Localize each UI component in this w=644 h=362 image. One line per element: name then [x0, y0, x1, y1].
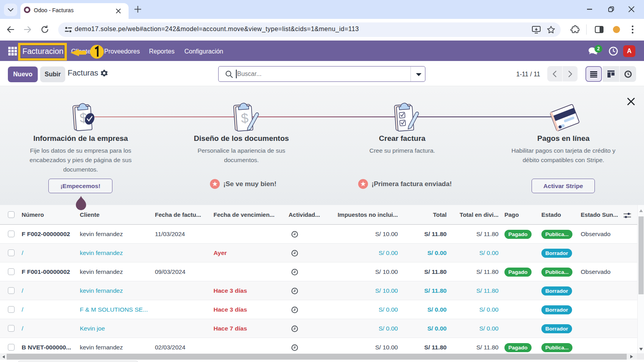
svg-text:$: $ [241, 110, 249, 126]
